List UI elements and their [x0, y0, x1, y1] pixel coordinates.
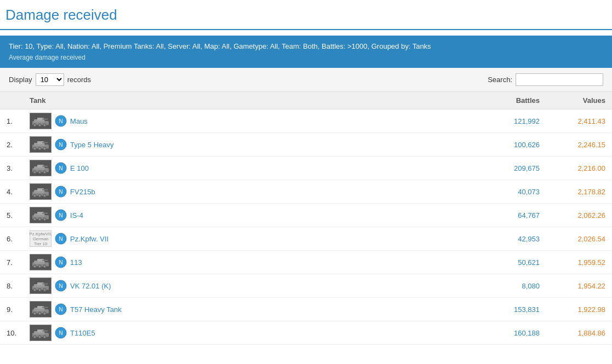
svg-rect-15 [42, 142, 48, 143]
rank-cell: 1. [0, 109, 23, 133]
tank-cell: N E 100 [23, 157, 405, 180]
svg-point-44 [39, 195, 41, 197]
rank-cell: 5. [0, 204, 23, 227]
tank-cell: Pz.KpfwVII, German Tier 10 N Pz.Kpfw. VI… [23, 227, 405, 251]
table-row: 5. N IS-464,7672,062.26 [0, 204, 612, 227]
values-cell: 2,062.26 [546, 204, 612, 227]
svg-point-19 [34, 148, 36, 149]
tank-icon-broken: Pz.KpfwVII, German Tier 10 [30, 230, 52, 247]
battles-cell: 42,953 [405, 227, 546, 251]
filter-subtitle: Average damage received [9, 54, 603, 61]
tank-cell: N Maus [23, 109, 405, 133]
tank-name-link[interactable]: T57 Heavy Tank [70, 305, 122, 314]
svg-point-71 [44, 265, 45, 267]
search-label: Search: [488, 76, 512, 84]
svg-text:N: N [59, 118, 62, 124]
tank-icon [30, 278, 52, 294]
battles-cell: 50,621 [405, 251, 546, 274]
tank-icon [30, 183, 52, 200]
filter-bar: Tier: 10, Type: All, Nation: All, Premiu… [0, 36, 612, 68]
svg-point-21 [44, 148, 45, 149]
records-per-page-select[interactable]: 10 25 50 100 [36, 73, 64, 86]
table-row: 9. N T57 Heavy Tank153,8311,922.98 [0, 298, 612, 321]
tank-icon [30, 301, 52, 317]
tank-cell: N VK 72.01 (K) [23, 274, 405, 298]
battles-cell: 121,992 [405, 109, 546, 133]
svg-point-70 [39, 265, 41, 267]
values-cell: 1,884.86 [546, 321, 612, 345]
nation-icon: N [55, 209, 67, 221]
svg-point-81 [34, 289, 36, 291]
rank-cell: 10. [0, 321, 23, 345]
rank-cell: 4. [0, 180, 23, 204]
svg-point-82 [39, 289, 41, 291]
values-cell: 2,216.00 [546, 157, 612, 180]
svg-text:N: N [59, 142, 62, 148]
records-label: records [67, 76, 91, 84]
svg-rect-39 [42, 189, 48, 190]
rank-cell: 2. [0, 133, 23, 157]
table-header-row: Tank Battles Values [0, 92, 612, 109]
values-cell: 2,178.82 [546, 180, 612, 204]
rank-cell: 6. [0, 227, 23, 251]
controls-bar: Display 10 25 50 100 records Search: [0, 68, 612, 92]
svg-rect-65 [42, 260, 48, 261]
battles-cell: 160,188 [405, 321, 546, 345]
table-row: 2. N Type 5 Heavy100,6262,246.15 [0, 133, 612, 157]
tank-header: Tank [23, 92, 405, 109]
tank-name-link[interactable]: T110E5 [70, 329, 95, 337]
svg-text:N: N [59, 283, 62, 289]
tank-name-link[interactable]: 113 [70, 258, 82, 267]
svg-point-8 [39, 124, 41, 126]
svg-rect-89 [42, 307, 48, 308]
svg-point-93 [34, 313, 36, 314]
rank-cell: 9. [0, 298, 23, 321]
table-row: 10. N T110E5160,1881,884.86 [0, 321, 612, 345]
nation-icon: N [55, 138, 67, 151]
nation-icon: N [55, 186, 67, 198]
values-cell: 2,026.54 [546, 227, 612, 251]
table-row: 7. N 11350,6211,959.52 [0, 251, 612, 274]
rank-cell: 3. [0, 157, 23, 180]
svg-point-55 [34, 218, 36, 220]
table-row: 3. N E 100209,6752,216.00 [0, 157, 612, 180]
tank-cell: N 113 [23, 251, 405, 274]
tank-name-link[interactable]: IS-4 [70, 211, 83, 219]
tank-name-link[interactable]: E 100 [70, 164, 89, 172]
data-table: Tank Battles Values 1. N Maus121,9922,41… [0, 92, 612, 345]
tank-cell: N IS-4 [23, 204, 405, 227]
svg-rect-3 [42, 119, 48, 120]
svg-rect-51 [42, 213, 48, 214]
tank-name-link[interactable]: Pz.Kpfw. VII [70, 235, 108, 243]
svg-point-95 [44, 313, 45, 314]
svg-point-20 [39, 148, 41, 149]
svg-point-9 [44, 124, 45, 126]
values-cell: 1,954.22 [546, 274, 612, 298]
filter-line: Tier: 10, Type: All, Nation: All, Premiu… [9, 42, 603, 50]
tank-name-link[interactable]: Maus [70, 117, 88, 125]
battles-cell: 64,767 [405, 204, 546, 227]
battles-cell: 40,073 [405, 180, 546, 204]
svg-point-43 [34, 195, 36, 197]
values-header: Values [546, 92, 612, 109]
tank-cell: N T110E5 [23, 321, 405, 345]
svg-text:N: N [59, 259, 62, 265]
tank-icon [30, 160, 52, 176]
table-row: 4. N FV215b40,0732,178.82 [0, 180, 612, 204]
tank-name-link[interactable]: FV215b [70, 188, 95, 196]
rank-header [0, 92, 23, 109]
rank-cell: 7. [0, 251, 23, 274]
nation-icon: N [55, 280, 67, 292]
display-controls: Display 10 25 50 100 records [9, 73, 91, 86]
search-input[interactable] [516, 73, 603, 86]
values-cell: 1,959.52 [546, 251, 612, 274]
values-cell: 1,922.98 [546, 298, 612, 321]
tank-name-link[interactable]: VK 72.01 (K) [70, 282, 111, 290]
tank-name-link[interactable]: Type 5 Heavy [70, 141, 114, 149]
svg-point-45 [44, 195, 45, 197]
svg-point-106 [39, 336, 41, 338]
svg-point-32 [39, 171, 41, 173]
nation-icon: N [55, 256, 67, 268]
nation-icon: N [55, 115, 67, 127]
tank-icon [30, 254, 52, 270]
